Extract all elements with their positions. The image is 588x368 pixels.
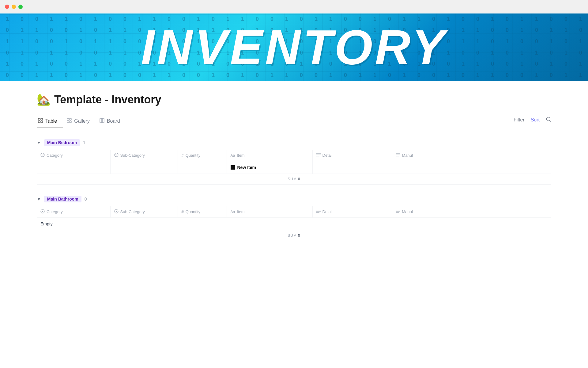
svg-rect-8 [100, 118, 101, 123]
tab-gallery-label: Gallery [74, 118, 90, 124]
svg-point-21 [41, 209, 44, 213]
tabs-actions: Filter Sort [514, 117, 551, 126]
tab-board-label: Board [107, 118, 120, 124]
svg-rect-5 [70, 118, 71, 120]
category-select-icon [40, 153, 45, 158]
page-title-row: 🏡 Template - Inventory [37, 93, 551, 106]
svg-point-13 [41, 153, 44, 157]
sum-value-2: 0 [298, 233, 300, 238]
tab-table-label: Table [45, 118, 57, 124]
new-item-icon [231, 165, 235, 170]
main-content: 🏡 Template - Inventory Table [0, 81, 588, 253]
cell-item[interactable]: New Item [227, 161, 312, 174]
group-main-bedroom-chevron[interactable]: ▼ [37, 140, 41, 145]
col-header-subcategory: Sub-Category [110, 150, 178, 161]
hero-title: INVENTORY [141, 23, 447, 72]
svg-rect-9 [101, 118, 103, 123]
empty-text: Empty. [37, 218, 551, 230]
group-main-bedroom-count: 1 [83, 140, 85, 145]
group-main-bathroom-chevron[interactable]: ▼ [37, 197, 41, 201]
manuf-text-icon [396, 153, 400, 158]
svg-line-12 [550, 120, 551, 121]
category-select-icon-2 [40, 209, 45, 214]
tab-table[interactable]: Table [37, 115, 63, 128]
group-main-bathroom: ▼ Main Bathroom 0 Category [37, 193, 551, 241]
col-header-manuf-2: Manuf [392, 206, 551, 218]
maximize-button[interactable] [18, 5, 23, 9]
cell-manuf[interactable] [392, 161, 551, 174]
group-main-bathroom-count: 0 [85, 197, 87, 201]
svg-rect-1 [41, 118, 43, 120]
group-main-bathroom-label[interactable]: Main Bathroom [44, 196, 81, 202]
col-header-subcategory-2: Sub-Category [110, 206, 178, 218]
col-header-item-2: Aa Item [227, 206, 312, 218]
search-button[interactable] [546, 117, 551, 123]
col-header-category: Category [37, 150, 110, 161]
sum-value: 0 [298, 177, 300, 181]
detail-text-icon [316, 153, 321, 158]
sum-label-2: SUM [288, 233, 297, 238]
svg-rect-7 [70, 121, 71, 123]
svg-rect-0 [38, 118, 40, 120]
detail-text-icon-2 [316, 209, 321, 214]
group-main-bedroom-table: Category Sub-Category # [37, 150, 551, 174]
cell-quantity[interactable] [178, 161, 227, 174]
col-header-detail-2: Detail [312, 206, 392, 218]
board-icon [100, 118, 104, 124]
svg-point-14 [115, 153, 118, 157]
minimize-button[interactable] [12, 5, 16, 9]
item-text-icon: Aa [231, 153, 235, 158]
item-text-icon-2: Aa [231, 210, 235, 214]
sum-label: SUM [288, 177, 297, 181]
close-button[interactable] [5, 5, 9, 9]
cell-subcategory[interactable] [110, 161, 178, 174]
filter-button[interactable]: Filter [514, 117, 525, 123]
svg-rect-2 [38, 121, 40, 123]
col-header-detail: Detail [312, 150, 392, 161]
new-item-label: New Item [237, 165, 256, 170]
group-main-bathroom-table: Category Sub-Category # [37, 206, 551, 230]
table-icon [38, 118, 43, 124]
svg-point-22 [115, 209, 118, 213]
page-title: Template - Inventory [54, 93, 161, 106]
sort-button[interactable]: Sort [531, 117, 540, 123]
group-main-bedroom-label[interactable]: Main Bedroom [44, 139, 80, 146]
hero-banner: 1001101001100101100101100101101001011001… [0, 13, 588, 81]
tab-board[interactable]: Board [98, 115, 126, 128]
group-main-bathroom-sum: SUM 0 [37, 230, 551, 241]
page-title-emoji: 🏡 [37, 93, 51, 106]
group-main-bedroom: ▼ Main Bedroom 1 Category [37, 137, 551, 185]
tabs-left: Table Gallery [37, 115, 129, 128]
manuf-text-icon-2 [396, 209, 400, 214]
table-row[interactable]: New Item [37, 161, 551, 174]
col-header-quantity-2: # Quantity [178, 206, 227, 218]
table-empty-row: Empty. [37, 218, 551, 230]
titlebar [0, 0, 588, 13]
quantity-number-icon-2: # [182, 209, 184, 214]
col-header-item: Aa Item [227, 150, 312, 161]
cell-category[interactable] [37, 161, 110, 174]
svg-rect-10 [103, 118, 104, 123]
svg-rect-4 [67, 118, 69, 120]
svg-rect-6 [67, 121, 69, 123]
tab-gallery[interactable]: Gallery [66, 115, 96, 128]
subcategory-select-icon-2 [114, 209, 119, 214]
col-header-category-2: Category [37, 206, 110, 218]
group-main-bathroom-header: ▼ Main Bathroom 0 [37, 193, 551, 205]
group-main-bedroom-header: ▼ Main Bedroom 1 [37, 137, 551, 148]
tabs-row: Table Gallery [37, 115, 551, 128]
cell-detail[interactable] [312, 161, 392, 174]
quantity-number-icon: # [182, 153, 184, 158]
col-header-quantity: # Quantity [178, 150, 227, 161]
subcategory-select-icon [114, 153, 119, 158]
group-main-bedroom-sum: SUM 0 [37, 174, 551, 185]
gallery-icon [67, 118, 72, 124]
col-header-manuf: Manuf [392, 150, 551, 161]
svg-rect-3 [41, 121, 43, 123]
